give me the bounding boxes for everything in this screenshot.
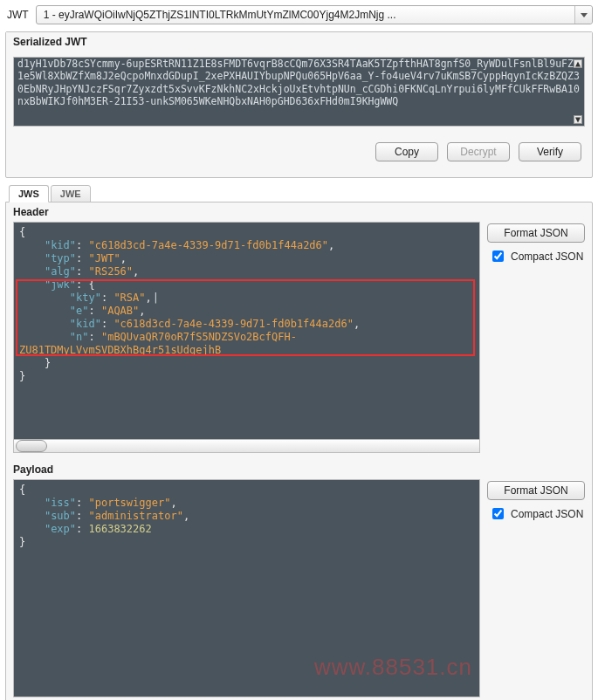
- serialized-jwt-text: d1yH1vDb78cSYcmmy-6upESRtRN11Z1E8sFMDT6v…: [17, 58, 580, 107]
- payload-format-json-button[interactable]: Format JSON: [487, 481, 585, 500]
- serialized-panel: Serialized JWT d1yH1vDb78cSYcmmy-6upESRt…: [5, 31, 593, 178]
- serialized-jwt-textarea[interactable]: d1yH1vDb78cSYcmmy-6upESRtRN11Z1E8sFMDT6v…: [13, 57, 585, 127]
- watermark-text: www.88531.cn: [314, 653, 472, 682]
- copy-button[interactable]: Copy: [375, 142, 438, 161]
- verify-button[interactable]: Verify: [519, 142, 581, 161]
- tab-jws[interactable]: JWS: [9, 185, 49, 202]
- jwt-selector-dropdown[interactable]: 1 - eyJraWQiOiIwNjQ5ZThjZS1lNTI0LTRkMmUt…: [36, 5, 593, 24]
- payload-section-title: Payload: [6, 460, 592, 479]
- serialized-title: Serialized JWT: [6, 32, 592, 50]
- tab-content: Header { "kid": "c618d3cd-7a4e-4339-9d71…: [5, 202, 593, 700]
- header-compact-json-input[interactable]: [492, 250, 504, 262]
- payload-compact-json-label: Compact JSON: [511, 508, 583, 520]
- tab-jwe[interactable]: JWE: [51, 185, 91, 202]
- payload-compact-json-checkbox[interactable]: Compact JSON: [487, 505, 585, 522]
- payload-json-editor[interactable]: { "iss": "portswigger", "sub": "administ…: [13, 479, 480, 697]
- payload-compact-json-input[interactable]: [492, 508, 504, 519]
- scroll-up-icon[interactable]: ▲: [574, 59, 582, 68]
- header-format-json-button[interactable]: Format JSON: [487, 223, 585, 243]
- header-section-title: Header: [6, 202, 592, 222]
- header-compact-json-checkbox[interactable]: Compact JSON: [487, 248, 585, 264]
- header-compact-json-label: Compact JSON: [511, 250, 583, 263]
- decrypt-button[interactable]: Decrypt: [447, 142, 510, 161]
- jwt-label: JWT: [5, 9, 31, 21]
- jwt-selector-value: 1 - eyJraWQiOiIwNjQ5ZThjZS1lNTI0LTRkMmUt…: [44, 9, 396, 21]
- dropdown-arrow-icon: [574, 6, 592, 24]
- header-json-editor[interactable]: { "kid": "c618d3cd-7a4e-4339-9d71-fd0b1f…: [13, 222, 480, 453]
- scroll-down-icon[interactable]: ▼: [574, 115, 582, 124]
- horizontal-scrollbar[interactable]: [14, 439, 479, 452]
- tab-bar: JWS JWE: [5, 185, 593, 202]
